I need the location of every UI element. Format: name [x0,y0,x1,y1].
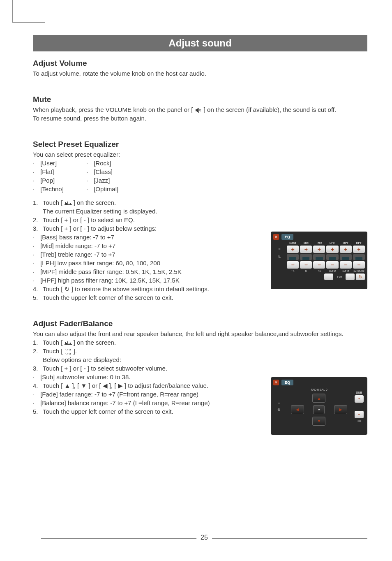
minus-button: − [353,261,365,269]
screenshot-equalizer: ✕ EQ Bass Mid Treb LPH MPF HPF ≡ + + + +… [271,232,367,289]
title-mute: Mute [33,95,367,104]
equalizer-icon [65,201,72,205]
plus-button: + [355,395,364,403]
svg-rect-7 [65,342,66,344]
page-number: 25 [196,534,212,541]
svg-rect-4 [69,204,69,204]
text-eq-intro: You can select preset equalizer: [33,150,367,159]
plus-button: + [287,246,299,253]
plus-button: + [326,246,338,253]
text-adjust-volume: To adjust volume, rotate the volume knob… [33,69,367,78]
up-button: ▲ [312,394,325,403]
text-mute-2: To resume sound, press the button again. [33,114,367,123]
svg-rect-8 [66,343,67,344]
eq-title-label: EQ [281,380,293,385]
minus-button: − [355,411,364,418]
equalizer-icon [65,341,72,345]
minus-button: − [313,261,325,269]
text-fb-intro: You can also adjust the front and rear s… [33,329,367,338]
minus-button: − [340,261,352,269]
down-button: ▼ [312,417,325,426]
left-triangle-icon: ◀ [103,382,108,389]
equalizer-icon: ≡ [273,247,286,251]
page-content: Adjust sound Adjust Volume To adjust vol… [33,35,367,520]
title-fb: Adjust Fader/Balance [33,319,367,328]
plus-button: + [346,274,355,280]
down-triangle-icon: ▼ [81,382,87,389]
plus-button: + [300,246,312,253]
close-icon: ✕ [273,234,279,240]
svg-rect-1 [65,202,66,204]
minus-button: − [287,261,299,269]
corner-decoration [12,0,45,23]
left-button: ◀ [291,405,304,414]
text-mute-1: When playback, press the VOLUME knob on … [33,105,367,114]
fader-balance-icon: ⇅ [273,255,286,259]
equalizer-icon: ≡ [273,401,285,406]
up-triangle-icon: ▲ [65,382,71,389]
svg-rect-2 [66,203,67,204]
minus-button: − [326,261,338,269]
title-adjust-volume: Adjust Volume [33,59,367,68]
minus-button: − [324,274,333,280]
svg-rect-11 [70,343,71,344]
eq-preset-list: ·[User] ·[Flat] ·[Pop] ·[Techno] ·[Rock]… [33,159,367,193]
svg-rect-3 [67,202,68,204]
svg-rect-0 [65,204,72,205]
plus-button: + [353,246,365,253]
minus-button: − [300,261,312,269]
reload-icon: ↻ [356,274,365,280]
fader-balance-icon [65,349,72,355]
section-header: Adjust sound [33,35,367,51]
close-icon: ✕ [273,380,279,385]
restore-icon: ↻ [65,285,70,292]
right-button: ▶ [334,405,347,414]
svg-rect-10 [69,343,69,344]
footer: 25 [41,532,367,545]
svg-rect-9 [67,341,68,344]
mute-icon [196,108,201,113]
svg-rect-6 [65,344,72,345]
fader-balance-icon: ⇅ [273,408,285,412]
eq-title-label: EQ [281,234,293,240]
plus-button: + [340,246,352,253]
center-button: ● [313,405,325,414]
right-triangle-icon: ▶ [118,382,123,389]
svg-rect-5 [70,203,71,204]
screenshot-fader-balance: ✕ EQ ≡ ⇅ FAD 0 BAL 0 ▲ ◀ ● ▶ ▼ SUB [271,377,367,435]
plus-button: + [313,246,325,253]
title-eq: Select Preset Equalizer [33,140,367,149]
